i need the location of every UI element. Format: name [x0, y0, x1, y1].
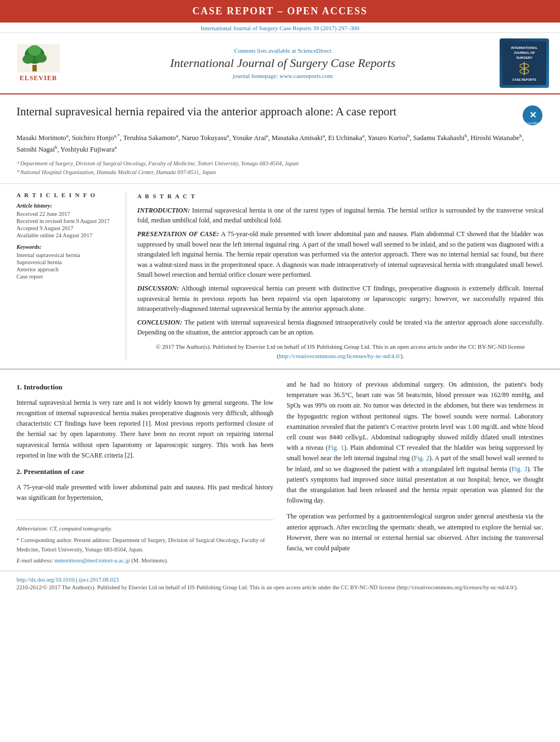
- body-content: 1. Introduction Internal supravesical he…: [0, 370, 560, 571]
- section1-heading: 1. Introduction: [16, 382, 273, 393]
- top-banner: CASE REPORT – OPEN ACCESS: [0, 0, 560, 23]
- section1-text: Internal supravesical hernia is very rar…: [16, 399, 273, 459]
- abstract-intro: INTRODUCTION: Internal supravesical hern…: [137, 205, 544, 226]
- received-date: Received 22 June 2017: [16, 211, 116, 217]
- svg-text:JOURNAL OF: JOURNAL OF: [514, 51, 535, 54]
- journal-logo-svg: INTERNATIONAL JOURNAL OF SURGERY CASE RE…: [502, 41, 546, 85]
- affiliations: ᵃ Department of Surgery, Division of Sur…: [16, 159, 544, 177]
- footer-doi[interactable]: http://dx.doi.org/10.1016/j.ijscr.2017.0…: [16, 577, 544, 583]
- elsevier-brand-text: ELSEVIER: [20, 74, 58, 82]
- keyword-4: Case report: [16, 274, 116, 280]
- paper-title-row: Internal supravesical hernia repaired vi…: [16, 104, 544, 126]
- keywords-label: Keywords:: [16, 244, 116, 250]
- abstract-section: A B S T R A C T INTRODUCTION: Internal s…: [137, 192, 544, 361]
- section2-text: A 75-year-old male presented with lower …: [16, 483, 273, 501]
- keyword-3: Anterior approach: [16, 266, 116, 272]
- footnotes-area: Abbreviation: CT, computed tomography. *…: [16, 520, 273, 565]
- elsevier-logo: ELSEVIER: [11, 44, 66, 82]
- journal-title: International Journal of Surgery Case Re…: [77, 56, 489, 70]
- doi-link[interactable]: http://dx.doi.org/10.1016/j.ijscr.2017.0…: [16, 577, 119, 583]
- accepted-date: Accepted 9 August 2017: [16, 225, 116, 231]
- fig1-link[interactable]: Fig. 1: [328, 444, 344, 451]
- fig3-link[interactable]: Fig. 3: [512, 465, 528, 473]
- revised-date: Received in revised form 9 August 2017: [16, 218, 116, 224]
- svg-text:SURGERY: SURGERY: [516, 56, 532, 59]
- open-access-text: © 2017 The Author(s). Published by Elsev…: [156, 343, 525, 359]
- homepage-link[interactable]: www.casereports.com: [279, 72, 333, 79]
- article-info-heading: A R T I C L E I N F O: [16, 192, 116, 198]
- svg-text:✕: ✕: [529, 110, 536, 120]
- intro-text: Internal supravesical hernia is one of t…: [137, 207, 544, 225]
- authors: Masaki Morimotoa, Soichiro Honjoa,*, Ter…: [16, 132, 544, 155]
- section2-paragraph: A 75-year-old male presented with lower …: [16, 482, 273, 503]
- homepage-text: journal homepage:: [233, 72, 279, 79]
- section2-heading: 2. Presentation of case: [16, 466, 273, 478]
- available-date: Available online 24 August 2017: [16, 232, 116, 238]
- svg-point-3: [23, 55, 33, 64]
- crossmark-icon: ✕ CrossMark: [522, 105, 543, 126]
- conclusion-label: CONCLUSION:: [137, 319, 182, 326]
- right-paragraph-2: The operation was performed by a gastroe…: [287, 511, 544, 554]
- discussion-label: DISCUSSION:: [137, 284, 179, 292]
- email-note: E-mail address: mmorimoto@med.tottori-u.…: [16, 556, 273, 566]
- crossmark-badge[interactable]: ✕ CrossMark: [522, 104, 544, 126]
- conclusion-text: The patient with internal supravesical h…: [137, 319, 544, 337]
- journal-url-bar: International Journal of Surgery Case Re…: [0, 23, 560, 33]
- abstract-heading: A B S T R A C T: [137, 192, 544, 201]
- open-access-note: © 2017 The Author(s). Published by Elsev…: [137, 342, 544, 361]
- fig2-link[interactable]: Fig. 2: [414, 454, 429, 462]
- right-text-1: and he had no history of previous abdomi…: [287, 381, 544, 504]
- presentation-label: PRESENTATION OF CASE:: [137, 230, 219, 238]
- elsevier-tree-icon: [17, 44, 60, 72]
- svg-rect-1: [32, 65, 37, 71]
- cc-license-link[interactable]: http://creativecommons.org/licenses/by-n…: [279, 353, 401, 359]
- affiliation-b: ᵇ National Hospital Organization, Hamada…: [16, 168, 544, 177]
- svg-point-5: [28, 45, 41, 56]
- email-link[interactable]: mmorimoto@med.tottori-u.ac.jp: [55, 557, 130, 564]
- affiliation-a: ᵃ Department of Surgery, Division of Sur…: [16, 159, 544, 168]
- discussion-text: Although internal supravesical hernia ca…: [137, 284, 544, 313]
- journal-logo-icon: INTERNATIONAL JOURNAL OF SURGERY CASE RE…: [500, 38, 549, 88]
- body-right-column: and he had no history of previous abdomi…: [287, 380, 544, 565]
- journal-citation: International Journal of Surgery Case Re…: [201, 25, 360, 31]
- intro-label: INTRODUCTION:: [137, 207, 190, 214]
- contents-text: Contents lists available at: [234, 47, 297, 54]
- keyword-1: Internal supravesical hernia: [16, 252, 116, 258]
- abstract-discussion: DISCUSSION: Although internal supravesic…: [137, 283, 544, 314]
- right-paragraph-1: and he had no history of previous abdomi…: [287, 380, 544, 506]
- article-info: A R T I C L E I N F O Article history: R…: [16, 192, 126, 361]
- paper-title: Internal supravesical hernia repaired vi…: [16, 104, 522, 119]
- svg-text:CrossMark: CrossMark: [524, 121, 541, 125]
- contents-line: Contents lists available at ScienceDirec…: [77, 47, 489, 54]
- svg-text:CASE REPORTS: CASE REPORTS: [512, 78, 536, 81]
- banner-text: CASE REPORT – OPEN ACCESS: [192, 5, 367, 16]
- corresponding-note: * Corresponding author. Present address:…: [16, 536, 273, 555]
- right-text-2: The operation was performed by a gastroe…: [287, 512, 544, 552]
- keyword-2: Supravesical hernia: [16, 259, 116, 265]
- history-label: Article history:: [16, 203, 116, 209]
- svg-text:INTERNATIONAL: INTERNATIONAL: [511, 46, 538, 49]
- abbreviation-note: Abbreviation: CT, computed tomography.: [16, 525, 273, 534]
- paper-section: Internal supravesical hernia repaired vi…: [0, 94, 560, 184]
- journal-header: ELSEVIER Contents lists available at Sci…: [0, 33, 560, 94]
- abstract-presentation: PRESENTATION OF CASE: A 75-year-old male…: [137, 229, 544, 280]
- footer: http://dx.doi.org/10.1016/j.ijscr.2017.0…: [0, 571, 560, 595]
- content-columns: A R T I C L E I N F O Article history: R…: [0, 184, 560, 370]
- homepage-line: journal homepage: www.casereports.com: [77, 72, 489, 79]
- authors-text: Masaki Morimotoa, Soichiro Honjoa,*, Ter…: [16, 134, 524, 153]
- sciencedirect-link[interactable]: ScienceDirect: [298, 47, 332, 54]
- footer-copyright: 2210-2612/© 2017 The Author(s). Publishe…: [16, 584, 544, 590]
- body-left-column: 1. Introduction Internal supravesical he…: [16, 380, 273, 565]
- abstract-conclusion: CONCLUSION: The patient with internal su…: [137, 317, 544, 338]
- section1-paragraph: Internal supravesical hernia is very rar…: [16, 398, 273, 461]
- journal-center: Contents lists available at ScienceDirec…: [66, 47, 500, 79]
